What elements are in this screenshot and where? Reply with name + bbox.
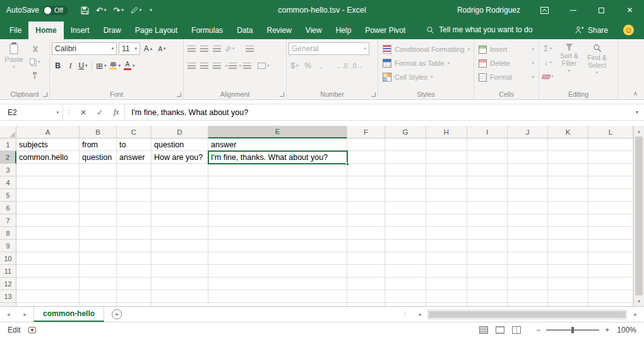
cell-B13[interactable] [80,290,117,303]
cell-K2[interactable] [548,151,588,164]
cell-J8[interactable] [508,227,548,240]
cell-D2[interactable]: How are you? [152,151,208,164]
sheet-nav-left-button[interactable]: ◂ [0,311,17,317]
zoom-slider[interactable] [546,329,599,331]
cell-C13[interactable] [117,290,152,303]
column-header-C[interactable]: C [117,126,152,138]
cell-B4[interactable] [80,176,117,189]
cell-D14[interactable] [152,303,208,306]
cell-E1[interactable]: answer [208,138,347,151]
vertical-scrollbar[interactable]: ▴ ▾ [633,126,644,306]
cell-G4[interactable] [385,176,426,189]
cell-C8[interactable] [117,227,152,240]
cell-I14[interactable] [467,303,508,306]
cell-B11[interactable] [80,265,117,278]
cell-L14[interactable] [588,303,633,306]
cell-L2[interactable] [588,151,633,164]
cell-D13[interactable] [152,290,208,303]
cell-J3[interactable] [508,164,548,176]
cell-D3[interactable] [152,164,208,176]
row-header-3[interactable]: 3 [0,164,16,176]
cell-H6[interactable] [426,202,467,214]
cell-E3[interactable] [208,164,347,176]
bold-button[interactable]: B [52,59,64,72]
cell-G6[interactable] [385,202,426,214]
italic-button[interactable]: I [64,59,76,72]
column-header-E[interactable]: E [208,126,347,138]
cell-B6[interactable] [80,202,117,214]
feedback-button[interactable]: ☺ [623,25,634,35]
paste-button[interactable]: Paste ▾ [2,42,26,70]
row-header-13[interactable]: 13 [0,290,16,303]
cell-J6[interactable] [508,202,548,214]
cell-B2[interactable]: question [80,151,117,164]
column-header-J[interactable]: J [508,126,548,138]
cell-E11[interactable] [208,265,347,278]
cell-D7[interactable] [152,214,208,227]
cell-C11[interactable] [117,265,152,278]
tell-me-box[interactable]: Tell me what you want to do [426,25,532,39]
cell-styles-button[interactable]: Cell Styles ▾ [380,70,472,84]
maximize-button[interactable] [587,0,616,20]
cell-C2[interactable]: answer [117,151,152,164]
decrease-decimal-button[interactable]: .0→ [350,59,364,72]
hscroll-left-button[interactable]: ◂ [411,311,428,317]
cell-J2[interactable] [508,151,548,164]
cell-L4[interactable] [588,176,633,189]
row-header-8[interactable]: 8 [0,227,16,240]
cell-L1[interactable] [588,138,633,151]
percent-style-button[interactable]: % [302,59,314,72]
format-cells-button[interactable]: Format ▾ [476,70,537,84]
cell-E10[interactable] [208,252,347,265]
sort-filter-button[interactable]: Sort & Filter ▾ [556,42,583,83]
cell-H12[interactable] [426,278,467,290]
cell-K4[interactable] [548,176,588,189]
cell-B3[interactable] [80,164,117,176]
close-button[interactable]: ✕ [616,0,644,20]
cell-A3[interactable] [16,164,80,176]
font-name-select[interactable]: Calibri ▾ [52,42,117,55]
cell-G10[interactable] [385,252,426,265]
share-button[interactable]: Share [575,26,608,35]
cell-I12[interactable] [467,278,508,290]
cell-J11[interactable] [508,265,548,278]
cell-D10[interactable] [152,252,208,265]
cell-G2[interactable] [385,151,426,164]
column-header-F[interactable]: F [347,126,385,138]
cell-F4[interactable] [347,176,385,189]
dialog-launcher-icon[interactable] [43,92,47,97]
autosave-toggle[interactable]: AutoSave Off [6,6,68,15]
cell-E4[interactable] [208,176,347,189]
cell-L8[interactable] [588,227,633,240]
cell-L9[interactable] [588,240,633,252]
cell-A8[interactable] [16,227,80,240]
cell-A7[interactable] [16,214,80,227]
font-size-select[interactable]: 11 ▾ [119,42,140,55]
cell-H1[interactable] [426,138,467,151]
cell-F1[interactable] [347,138,385,151]
zoom-in-button[interactable]: + [605,326,609,334]
minimize-button[interactable] [559,0,587,20]
cell-A10[interactable] [16,252,80,265]
cell-A13[interactable] [16,290,80,303]
cell-C3[interactable] [117,164,152,176]
cell-I7[interactable] [467,214,508,227]
row-header-12[interactable]: 12 [0,278,16,290]
row-header-1[interactable]: 1 [0,138,16,151]
autosum-button[interactable]: Σ▾ [541,42,555,55]
cell-G14[interactable] [385,303,426,306]
select-all-button[interactable] [0,126,16,138]
cell-J7[interactable] [508,214,548,227]
increase-font-size-button[interactable]: A▴ [142,42,154,55]
spreadsheet-grid[interactable]: ABCDEFGHIJKL 1subjectsfromtoquestionansw… [0,126,633,306]
cell-C6[interactable] [117,202,152,214]
tab-file[interactable]: File [3,21,28,39]
cell-E14[interactable] [208,303,347,306]
cell-E5[interactable] [208,189,347,202]
tab-review[interactable]: Review [259,21,298,39]
cell-A12[interactable] [16,278,80,290]
column-header-B[interactable]: B [80,126,117,138]
hscroll-right-button[interactable]: ▸ [627,311,644,317]
cell-I2[interactable] [467,151,508,164]
collapse-ribbon-button[interactable]: ∧ [633,90,638,97]
